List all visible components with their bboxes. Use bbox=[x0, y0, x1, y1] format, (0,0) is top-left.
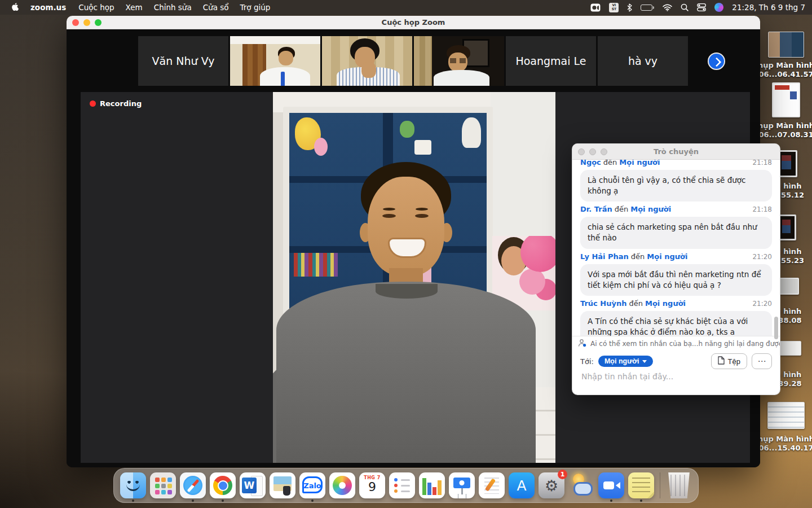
menu-item[interactable]: Chỉnh sửa bbox=[148, 3, 197, 12]
app-menus: Cuộc họp Xem Chỉnh sửa Cửa sổ Trợ giúp bbox=[73, 3, 276, 12]
dock-stickies[interactable] bbox=[628, 472, 654, 498]
recording-indicator: Recording bbox=[90, 99, 142, 108]
participant-tile-van-nhu-vy[interactable]: Văn Như Vy bbox=[138, 36, 228, 86]
chat-message-list[interactable]: Ngọc đến Mọi người 21:18 Là chuỗi tên gì… bbox=[572, 160, 780, 336]
to-label: Tới: bbox=[580, 357, 594, 366]
dock-zalo[interactable]: Zalo bbox=[299, 472, 325, 498]
siri-icon[interactable] bbox=[714, 3, 723, 12]
file-label: hụp Màn hình 06...06.41.57 bbox=[758, 61, 812, 80]
menu-bar-status: VI ST 21:28, Th 6 9 thg 7 bbox=[590, 3, 805, 12]
pages-icon bbox=[479, 472, 505, 498]
input-source-icon[interactable]: VI ST bbox=[609, 3, 619, 12]
more-options-button[interactable]: ⋯ bbox=[752, 353, 772, 369]
dock-system-settings[interactable]: 1⚙ bbox=[539, 472, 564, 498]
stickies-icon bbox=[628, 472, 654, 498]
dock-separator bbox=[660, 472, 660, 498]
notification-badge: 1 bbox=[558, 470, 567, 479]
dock-pages[interactable] bbox=[479, 472, 505, 498]
desktop-file-icon[interactable]: hụp Màn hình 06...15.40.17 bbox=[760, 402, 812, 453]
window-title-bar[interactable]: Cuộc họp Zoom bbox=[67, 16, 760, 29]
menu-item[interactable]: Cửa sổ bbox=[197, 3, 235, 12]
menu-item[interactable]: Xem bbox=[120, 3, 148, 12]
apple-menu-icon[interactable] bbox=[7, 3, 24, 12]
spotlight-search-icon[interactable] bbox=[681, 3, 689, 11]
menu-bar: zoom.us Cuộc họp Xem Chỉnh sửa Cửa sổ Tr… bbox=[0, 0, 812, 15]
attach-file-button[interactable]: Tệp bbox=[711, 353, 747, 369]
dock-word[interactable]: W bbox=[240, 472, 266, 498]
word-icon: W bbox=[240, 472, 266, 498]
desktop-file-icon[interactable]: hụp Màn hình 06...06.41.57 bbox=[760, 32, 812, 80]
dock-chrome[interactable] bbox=[210, 472, 236, 498]
chat-recipient[interactable]: Mọi người bbox=[630, 205, 671, 213]
dock-preview[interactable] bbox=[270, 472, 295, 498]
dock-trash[interactable] bbox=[666, 472, 692, 498]
recipient-selector[interactable]: Mọi người bbox=[598, 356, 653, 367]
chat-bubble: chia sẻ cách marketing spa nên bắt đầu n… bbox=[580, 217, 772, 248]
keynote-icon bbox=[449, 472, 475, 498]
chat-recipient[interactable]: Mọi người bbox=[619, 160, 660, 167]
dock-finder[interactable] bbox=[120, 472, 146, 498]
participant-video-tile[interactable] bbox=[230, 36, 320, 86]
app-store-icon: A bbox=[509, 472, 535, 498]
dock-photos[interactable] bbox=[329, 472, 355, 498]
file-label: hụp Màn hình 06...07.08.31 bbox=[758, 121, 812, 140]
chat-input-row bbox=[572, 372, 780, 395]
battery-icon[interactable] bbox=[641, 5, 654, 11]
video-scene-hands bbox=[361, 62, 376, 78]
reminders-icon bbox=[389, 472, 415, 498]
chat-recipient[interactable]: Mọi người bbox=[647, 252, 687, 261]
chat-sender[interactable]: Ly Hải Phan bbox=[580, 252, 629, 261]
participant-video-tile[interactable] bbox=[322, 36, 412, 86]
dock-reminders[interactable] bbox=[389, 472, 415, 498]
active-app-name[interactable]: zoom.us bbox=[25, 3, 72, 12]
dock-launchpad[interactable] bbox=[150, 472, 176, 498]
participant-filmstrip: Văn Như Vy bbox=[138, 36, 688, 86]
control-center-icon[interactable] bbox=[697, 3, 706, 11]
dock-appstore[interactable]: A bbox=[509, 472, 535, 498]
dock-weather[interactable] bbox=[568, 472, 594, 498]
video-scene-tie bbox=[281, 72, 285, 86]
privacy-person-icon bbox=[578, 339, 586, 349]
dock-keynote[interactable] bbox=[449, 472, 475, 498]
desktop-file-icon[interactable]: hụp Màn hình 06...07.08.31 bbox=[760, 82, 812, 140]
menu-item[interactable]: Cuộc họp bbox=[73, 3, 120, 12]
menu-bar-left: zoom.us Cuộc họp Xem Chỉnh sửa Cửa sổ Tr… bbox=[7, 3, 276, 12]
chat-scrollbar-thumb[interactable] bbox=[774, 317, 778, 339]
dock-calendar[interactable]: THG 79 bbox=[359, 472, 385, 498]
screen-recording-icon[interactable] bbox=[590, 3, 601, 12]
participant-tile-ha-vy[interactable]: hà vy bbox=[598, 36, 688, 86]
video-scene-face bbox=[279, 51, 293, 65]
file-thumbnail[interactable] bbox=[772, 82, 800, 117]
chat-header[interactable]: Trò chuyện bbox=[572, 144, 780, 160]
dock-numbers[interactable] bbox=[419, 472, 445, 498]
participant-tile-hoangmai-le[interactable]: Hoangmai Le bbox=[506, 36, 596, 86]
chrome-icon bbox=[210, 472, 236, 498]
chat-sender[interactable]: Trúc Huỳnh bbox=[580, 299, 626, 308]
menu-item[interactable]: Trợ giúp bbox=[235, 3, 276, 12]
dock-zoom[interactable] bbox=[598, 472, 624, 498]
file-icon bbox=[718, 356, 725, 366]
ellipsis-icon: ⋯ bbox=[758, 356, 766, 366]
trash-icon bbox=[666, 472, 692, 498]
chat-bubble: Là chuỗi tên gì vậy a, có thể chia sẽ đư… bbox=[580, 170, 772, 202]
chat-message: Trúc Huỳnh đến Mọi người 21:20 A Tín có … bbox=[580, 299, 772, 336]
chat-message-input[interactable] bbox=[581, 372, 771, 381]
wifi-icon[interactable] bbox=[663, 4, 672, 11]
photos-icon bbox=[329, 472, 355, 498]
launchpad-icon bbox=[150, 472, 176, 498]
file-thumbnail[interactable] bbox=[767, 402, 805, 429]
chat-sender[interactable]: Ngọc bbox=[580, 160, 601, 167]
bluetooth-icon[interactable] bbox=[627, 3, 632, 12]
chat-send-row: Tới: Mọi người Tệp ⋯ bbox=[572, 351, 780, 372]
participant-video-tile[interactable] bbox=[414, 36, 504, 86]
next-participants-button[interactable] bbox=[708, 52, 725, 70]
recording-dot-icon bbox=[90, 100, 96, 107]
window-title: Cuộc họp Zoom bbox=[67, 18, 760, 27]
chat-recipient[interactable]: Mọi người bbox=[645, 299, 686, 308]
chat-sender[interactable]: Dr. Trần bbox=[580, 205, 612, 213]
menu-bar-clock[interactable]: 21:28, Th 6 9 thg 7 bbox=[732, 3, 805, 12]
chat-message: Dr. Trần đến Mọi người 21:18 chia sẻ các… bbox=[580, 205, 772, 248]
active-speaker-video[interactable] bbox=[273, 92, 555, 463]
dock-safari[interactable] bbox=[180, 472, 206, 498]
file-thumbnail[interactable] bbox=[768, 32, 804, 58]
